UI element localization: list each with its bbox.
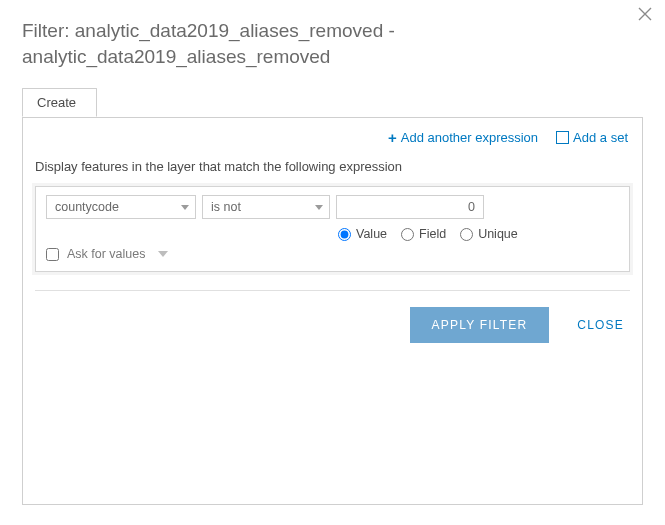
apply-filter-button[interactable]: APPLY FILTER [410,307,550,343]
close-icon[interactable] [637,6,655,24]
tab-create-label: Create [37,95,76,110]
tabs-row: Create [22,87,643,117]
radio-field-label: Field [419,227,446,241]
ask-for-values-row: Ask for values [46,247,619,261]
value-type-radios: Value Field Unique [338,227,619,241]
add-set-label: Add a set [573,130,628,145]
radio-value[interactable]: Value [338,227,387,241]
radio-unique-input[interactable] [460,228,473,241]
plus-icon: + [388,130,397,145]
expression-toolbar: + Add another expression Add a set [35,128,630,155]
value-input[interactable] [336,195,484,219]
chevron-down-icon[interactable] [158,251,168,257]
dialog-footer: APPLY FILTER CLOSE [35,307,630,343]
filter-dialog: Filter: analytic_data2019_aliases_remove… [0,0,665,525]
dialog-title: Filter: analytic_data2019_aliases_remove… [22,18,643,69]
description-text: Display features in the layer that match… [35,159,630,174]
radio-field-input[interactable] [401,228,414,241]
operator-dropdown-value: is not [211,200,241,214]
radio-unique-label: Unique [478,227,518,241]
radio-value-label: Value [356,227,387,241]
close-button[interactable]: CLOSE [577,318,624,332]
chevron-down-icon [181,205,189,210]
set-box-icon [556,131,569,144]
radio-field[interactable]: Field [401,227,446,241]
close-button-label: CLOSE [577,318,624,332]
add-expression-link[interactable]: + Add another expression [388,130,538,145]
apply-filter-label: APPLY FILTER [432,318,528,332]
radio-value-input[interactable] [338,228,351,241]
field-dropdown-value: countycode [55,200,119,214]
add-expression-label: Add another expression [401,130,538,145]
create-panel: + Add another expression Add a set Displ… [22,117,643,505]
chevron-down-icon [315,205,323,210]
operator-dropdown[interactable]: is not [202,195,330,219]
ask-for-values-label: Ask for values [67,247,146,261]
radio-unique[interactable]: Unique [460,227,518,241]
field-dropdown[interactable]: countycode [46,195,196,219]
ask-for-values-checkbox[interactable] [46,248,59,261]
tab-create[interactable]: Create [22,88,97,117]
add-set-link[interactable]: Add a set [556,130,628,145]
expression-box: countycode is not Value Field [35,186,630,272]
divider [35,290,630,291]
expression-row: countycode is not [46,195,619,219]
